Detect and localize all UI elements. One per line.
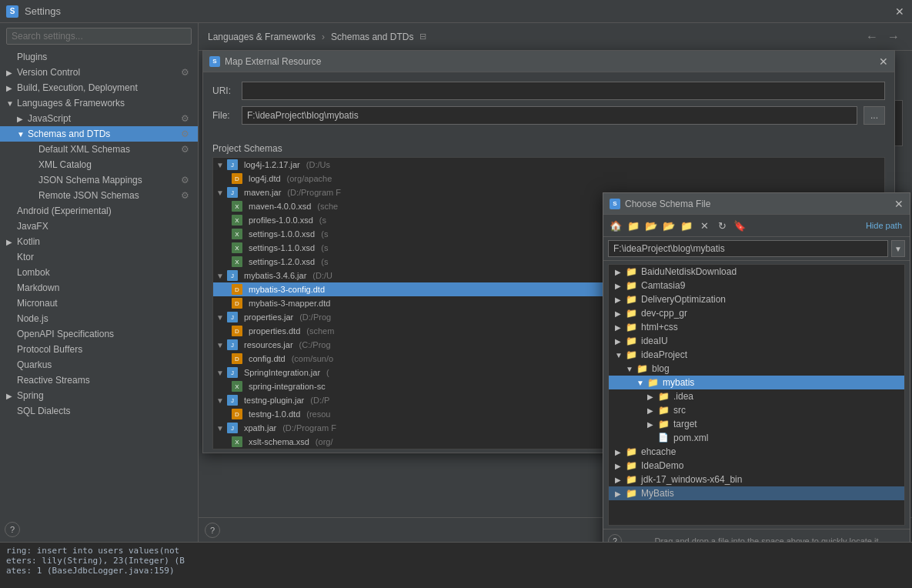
sidebar-item-protobuf[interactable]: Protocol Buffers [0, 342, 198, 357]
tree-item-ehcache[interactable]: ▶ 📁 ehcache [609, 445, 904, 459]
sidebar-item-javascript[interactable]: ▶ JavaScript ⚙ [0, 111, 198, 126]
tree-item-pom[interactable]: 📄 pom.xml [609, 431, 904, 445]
tree-item-label: DeliveryOptimization [641, 294, 726, 305]
path-dropdown[interactable]: ▼ [891, 240, 905, 257]
jar-icon: J [227, 159, 238, 170]
dialog-title: Map External Resource [225, 56, 879, 67]
file-refresh-button[interactable]: ↻ [714, 218, 730, 233]
sidebar-item-lombok[interactable]: Lombok [0, 265, 198, 280]
sidebar-item-micronaut[interactable]: Micronaut [0, 296, 198, 311]
tree-arrow: ▶ [615, 489, 626, 498]
folder-icon: 📁 [626, 460, 638, 471]
sidebar-item-remote-json[interactable]: Remote JSON Schemas ⚙ [0, 188, 198, 203]
schema-path: (s [319, 215, 326, 225]
sidebar-item-reactive-streams[interactable]: Reactive Streams [0, 373, 198, 388]
schema-path: (C:/Prog [299, 340, 331, 349]
sidebar-item-default-xml[interactable]: Default XML Schemas ⚙ [0, 142, 198, 157]
search-input[interactable] [6, 28, 192, 45]
path-input[interactable] [608, 240, 888, 257]
schema-name: mybatis-3-config.dtd [249, 285, 325, 294]
dialog-header: S Map External Resource ✕ [203, 51, 894, 72]
browse-button[interactable]: ... [864, 106, 885, 125]
tree-item-target[interactable]: ▶ 📁 target [609, 417, 904, 431]
tree-item-mybatis2[interactable]: ▶ 📁 MyBatis [609, 486, 904, 500]
app-icon: S [6, 5, 18, 18]
schema-name: mybatis-3.4.6.jar [244, 271, 306, 280]
file-folder-button[interactable]: 📁 [626, 218, 641, 233]
sidebar-item-kotlin[interactable]: ▶ Kotlin [0, 234, 198, 249]
file-delete-button[interactable]: ✕ [697, 218, 712, 233]
dialog-close-button[interactable]: ✕ [879, 55, 888, 68]
file-help-button[interactable]: ? [608, 534, 622, 542]
sidebar-item-openapi[interactable]: OpenAPI Specifications [0, 326, 198, 342]
file-icon: 📄 [658, 433, 670, 443]
tree-item-ideaproject[interactable]: ▼ 📁 ideaProject [609, 348, 904, 362]
hide-path-button[interactable]: Hide path [863, 221, 905, 230]
dialog-file-icon: S [610, 199, 620, 209]
tree-item-src[interactable]: ▶ 📁 src [609, 403, 904, 417]
sidebar-item-build[interactable]: ▶ Build, Execution, Deployment [0, 80, 198, 95]
folder-icon: 📁 [658, 391, 670, 402]
tree-item-label: html+css [641, 322, 678, 332]
close-button[interactable]: ✕ [894, 5, 906, 18]
file-chooser-close-button[interactable]: ✕ [894, 198, 904, 210]
schema-name: log4j-1.2.17.jar [244, 160, 300, 169]
sidebar-item-spring[interactable]: ▶ Spring [0, 388, 198, 403]
folder-icon: 📁 [658, 419, 670, 429]
settings-help-button[interactable]: ? [205, 523, 220, 538]
tree-item-mybatis[interactable]: ▼ 📁 mybatis [609, 376, 904, 389]
help-button[interactable]: ? [5, 522, 20, 537]
sidebar-item-label: Build, Execution, Deployment [17, 82, 192, 93]
tree-item-baidu[interactable]: ▶ 📁 BaiduNetdiskDownload [609, 265, 904, 279]
breadcrumb-current: Schemas and DTDs [331, 32, 413, 42]
sidebar-item-markdown[interactable]: Markdown [0, 280, 198, 296]
tree-item-dev-cpp[interactable]: ▶ 📁 dev-cpp_gr [609, 306, 904, 320]
sidebar-item-label: SQL Dialects [17, 406, 192, 416]
file-home-button[interactable]: 🏠 [608, 218, 623, 233]
file-bookmark-button[interactable]: 🔖 [732, 218, 747, 233]
tree-item-html-css[interactable]: ▶ 📁 html+css [609, 320, 904, 334]
xsd-icon: X [232, 436, 242, 447]
sidebar-item-languages[interactable]: ▼ Languages & Frameworks [0, 95, 198, 111]
tree-item-camtasia[interactable]: ▶ 📁 Camtasia9 [609, 279, 904, 292]
sidebar-item-label: Protocol Buffers [17, 344, 192, 355]
dtd-icon: D [232, 409, 242, 419]
nav-forward-button[interactable]: → [884, 28, 903, 45]
tree-item-idea[interactable]: ▶ 📁 .idea [609, 389, 904, 403]
tree-item-label: blog [652, 363, 670, 374]
uri-input[interactable] [242, 82, 885, 100]
tree-arrow: ▶ [615, 296, 626, 304]
settings-window: S Settings ✕ Plugins ▶ Version Control ⚙ [0, 0, 912, 588]
sidebar-item-android[interactable]: Android (Experimental) [0, 203, 198, 219]
sidebar-item-sql[interactable]: SQL Dialects [0, 403, 198, 419]
sidebar-item-schemas-dtds[interactable]: ▼ Schemas and DTDs ⚙ [0, 126, 198, 142]
tree-arrow: ▶ [615, 323, 626, 332]
sidebar-item-ktor[interactable]: Ktor [0, 249, 198, 265]
schema-name: settings-1.2.0.xsd [249, 257, 315, 266]
schema-name: testng-plugin.jar [244, 396, 304, 405]
nav-back-button[interactable]: ← [863, 28, 881, 45]
file-something-button[interactable]: 📂 [661, 218, 676, 233]
file-new-folder-button[interactable]: 📂 [643, 218, 659, 233]
tree-item-ideademo[interactable]: ▶ 📁 IdeaDemo [609, 459, 904, 473]
tree-item-label: .idea [673, 391, 693, 402]
tree-item-idealU[interactable]: ▶ 📁 ideaIU [609, 334, 904, 348]
arrow-icon: ▶ [6, 392, 17, 400]
sidebar-item-version-control[interactable]: ▶ Version Control ⚙ [0, 65, 198, 80]
jar-icon: J [227, 367, 238, 378]
sidebar-item-plugins[interactable]: Plugins [0, 49, 198, 65]
sidebar-item-javafx[interactable]: JavaFX [0, 219, 198, 234]
sidebar-item-xml-catalog[interactable]: XML Catalog [0, 157, 198, 172]
file-input[interactable] [242, 106, 857, 125]
jar-icon: J [227, 270, 238, 281]
tree-arrow: ▶ [615, 268, 626, 276]
tree-item-delivery[interactable]: ▶ 📁 DeliveryOptimization [609, 292, 904, 306]
sidebar-item-json-schema[interactable]: JSON Schema Mappings ⚙ [0, 172, 198, 188]
sidebar-item-label: Lombok [17, 267, 192, 278]
sidebar-item-nodejs[interactable]: Node.js [0, 311, 198, 326]
file-move-button[interactable]: 📁 [679, 218, 694, 233]
sidebar-item-quarkus[interactable]: Quarkus [0, 357, 198, 373]
folder-icon: 📁 [626, 474, 638, 485]
tree-item-blog[interactable]: ▼ 📁 blog [609, 362, 904, 376]
tree-item-jdk17[interactable]: ▶ 📁 jdk-17_windows-x64_bin [609, 473, 904, 486]
